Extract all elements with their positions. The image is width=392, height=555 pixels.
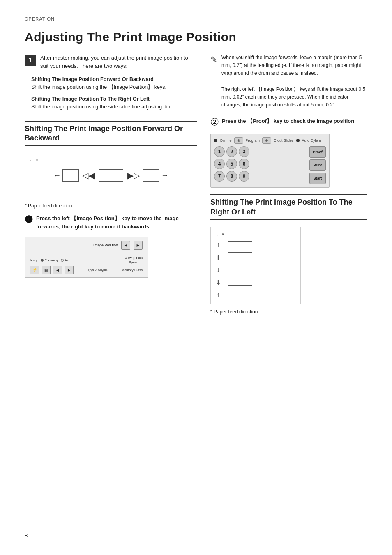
intro-text-inner: After master making, you can adjust the …: [40, 54, 197, 70]
note-pencil-icon: ✎: [210, 55, 217, 109]
keypad-panel: On line ⊕ Program ⊕ C out Slides Auto Cy…: [210, 134, 330, 188]
operation-label: OPERATION: [25, 16, 367, 23]
panel-top-row: On line ⊕ Program ⊕ C out Slides Auto Cy…: [214, 137, 326, 144]
panel-btn-right[interactable]: ►: [65, 266, 74, 274]
proof-button[interactable]: Proof: [309, 146, 326, 158]
diagram-star-arrow: ← *: [29, 157, 38, 164]
number-buttons: 1 2 3 4 5 6 7 8 9: [214, 146, 304, 184]
cout-label: C out Slides: [274, 138, 294, 143]
left-arrow-icon: ←: [53, 171, 61, 180]
harge-label: harge: [30, 258, 38, 262]
right-column: ✎ When you shift the image forwards, lea…: [210, 54, 367, 320]
section1-title: Shifting The Print Image Position Forwar…: [25, 124, 197, 143]
btn-3[interactable]: 3: [239, 146, 249, 157]
note-text2: The right or left 【Image Position】 keys …: [221, 85, 367, 109]
step-badge: 1: [25, 55, 36, 66]
memory-class-label: Memory/Class: [122, 268, 143, 272]
btn-7[interactable]: 7: [214, 171, 225, 182]
speed-label: Speed: [129, 260, 138, 264]
note-box: ✎ When you shift the image forwards, lea…: [210, 54, 367, 109]
cout-button[interactable]: ⊕: [262, 137, 271, 144]
center-rect: [99, 169, 123, 182]
slow-fast-label: Slow | | Fast: [125, 256, 143, 260]
double-right-arrow-icon: ▶▷: [127, 170, 140, 180]
step2-text: Press the 【Proof】 key to check the image…: [222, 117, 356, 125]
rl-rect2: [228, 258, 252, 269]
program-icon: ⊕: [237, 138, 240, 143]
machine-panel-top: Image Pos tion ◄ ►: [30, 241, 143, 250]
economy-radio: Economy: [41, 258, 58, 262]
image-position-right-icon[interactable]: ►: [134, 241, 143, 250]
autocycle-label: Auto Cyle e: [302, 138, 321, 143]
rl-up-arrow2-icon: ↑: [217, 291, 220, 299]
right-rect: [143, 169, 159, 182]
paper-feed-note: * Paper feed direction: [25, 203, 197, 209]
step2-num: ❷: [210, 118, 219, 127]
btn-6[interactable]: 6: [239, 159, 249, 169]
rl-down-arrow1-icon: ↓: [217, 266, 220, 274]
step1-num: ❶: [25, 215, 33, 224]
rl-upload-icon: ⬆: [216, 253, 221, 261]
section1-header: Shifting The Print Image Position Forwar…: [25, 121, 197, 147]
program-label: Program: [246, 138, 260, 143]
panel-indicator-dot2: [296, 139, 300, 142]
way1-title: Shifting The Image Position Forward Or B…: [31, 76, 197, 82]
panel-btn-icon1[interactable]: ⚡: [30, 266, 39, 274]
way1-desc: Shift the image position using the 【Imag…: [31, 83, 197, 91]
page-title: Adjusting The Print Image Position: [25, 30, 367, 44]
step1-instruction: ❶ Press the left 【Image Position】 key to…: [25, 214, 197, 230]
btn-2[interactable]: 2: [226, 146, 237, 157]
panel-btn-grid[interactable]: ▦: [42, 266, 51, 274]
right-arrow-icon: →: [161, 171, 168, 180]
program-button[interactable]: ⊕: [234, 137, 243, 144]
btn-9[interactable]: 9: [239, 171, 249, 182]
panel-row3: 7 8 9: [214, 171, 304, 182]
horiz-arrows: ← ◁◀ ▶▷ →: [25, 169, 197, 182]
panel-btn-left[interactable]: ◄: [53, 266, 62, 274]
arrow-left-group: ← ◁◀: [53, 169, 96, 182]
section3-header: Shifting The Print Image Position To The…: [210, 194, 367, 220]
section3-title: Shifting The Print Image Position To The…: [210, 198, 367, 217]
rl-arrows-col: ↑ ⬆ ↓ ⬇ ↑: [216, 241, 221, 299]
note-text1: When you shift the image forwards, leave…: [221, 54, 367, 78]
cout-icon: ⊕: [265, 138, 268, 143]
double-left-arrow-icon: ◁◀: [82, 170, 95, 180]
panel-row2: 4 5 6: [214, 159, 304, 169]
way2-item: Shifting The Image Position To The Right…: [31, 96, 197, 111]
line-radio-empty: [61, 259, 64, 262]
machine-panel-bottom: harge Economy line Slow | | Fast Speed: [30, 256, 143, 264]
online-label: On line: [220, 138, 232, 143]
rl-rect3: [228, 274, 252, 286]
way1-item: Shifting The Image Position Forward Or B…: [31, 76, 197, 91]
image-position-left-icon[interactable]: ◄: [121, 241, 130, 250]
way2-desc: Shift the image position using the side …: [31, 103, 197, 111]
main-layout: 1 After master making, you can adjust th…: [25, 54, 367, 320]
machine-control-panel: Image Pos tion ◄ ► harge Economy line Sl…: [25, 237, 148, 278]
section3-paper-feed-note: * Paper feed direction: [210, 309, 367, 315]
line-radio: line: [61, 258, 69, 262]
line-label: line: [65, 258, 69, 262]
start-button[interactable]: Start: [309, 173, 326, 184]
btn-8[interactable]: 8: [226, 171, 237, 182]
step1-text: Press the left 【Image Position】 key to m…: [36, 214, 197, 230]
panel-indicator-dot: [214, 139, 217, 142]
economy-radio-dot: [41, 259, 44, 262]
print-button[interactable]: Print: [309, 159, 326, 171]
rl-up-arrow1-icon: ↑: [217, 241, 220, 249]
panel-main: 1 2 3 4 5 6 7 8 9: [214, 146, 326, 184]
intro-paragraph: After master making, you can adjust the …: [40, 54, 197, 70]
forward-backward-diagram: ← * ← ◁◀ ▶▷ →: [25, 153, 197, 198]
note-text: When you shift the image forwards, leave…: [221, 54, 367, 109]
btn-1[interactable]: 1: [214, 146, 225, 157]
btn-5[interactable]: 5: [226, 159, 237, 169]
rl-rect1: [228, 241, 252, 253]
page-number: 8: [25, 532, 28, 539]
rl-star-arrow: ← *: [216, 232, 295, 238]
type-origina-label: Type of Origina: [76, 268, 119, 271]
rl-download-icon: ⬇: [216, 279, 221, 286]
step2-instruction: ❷ Press the 【Proof】 key to check the ima…: [210, 117, 367, 127]
rl-rects: [228, 241, 252, 299]
ways-list: Shifting The Image Position Forward Or B…: [31, 76, 197, 111]
btn-4[interactable]: 4: [214, 159, 225, 169]
intro-block: 1 After master making, you can adjust th…: [25, 54, 197, 70]
